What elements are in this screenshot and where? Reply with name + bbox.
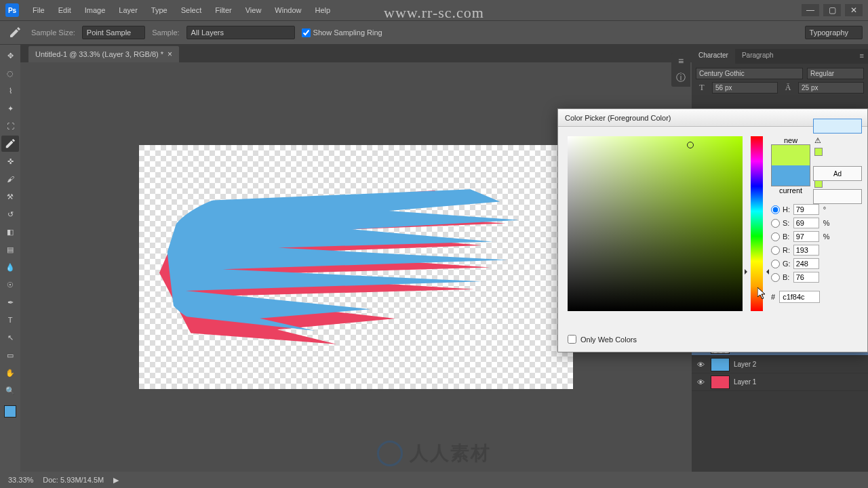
hue-slider[interactable]	[751, 136, 763, 311]
web-colors-label: Only Web Colors	[580, 336, 637, 344]
zoom-level[interactable]: 33.33%	[8, 476, 33, 484]
layer-thumbnail[interactable]	[711, 358, 730, 371]
h-radio[interactable]	[771, 205, 780, 214]
layer-name[interactable]: Layer 1	[734, 378, 756, 386]
color-libraries-button[interactable]	[813, 189, 862, 204]
layer-row[interactable]: 👁 Layer 1	[692, 373, 868, 391]
dodge-tool[interactable]: ☉	[1, 277, 19, 293]
layer-row[interactable]: 👁 Layer 2	[692, 356, 868, 373]
visibility-icon[interactable]: 👁	[694, 361, 707, 369]
font-family-select[interactable]: Century Gothic	[696, 68, 803, 79]
b-radio[interactable]	[771, 232, 780, 241]
gradient-tool[interactable]: ▤	[1, 241, 19, 258]
sample-label: Sample:	[152, 28, 179, 37]
menu-filter[interactable]: Filter	[208, 2, 238, 18]
menu-layer[interactable]: Layer	[112, 2, 144, 18]
pen-tool[interactable]: ✒	[1, 294, 19, 310]
foreground-color-swatch[interactable]	[4, 405, 16, 418]
wand-tool[interactable]: ✦	[1, 100, 19, 117]
show-sampling-ring-checkbox[interactable]: Show Sampling Ring	[302, 28, 382, 37]
s-input[interactable]	[793, 218, 819, 228]
blur-tool[interactable]: 💧	[1, 259, 19, 275]
sample-select[interactable]: All Layers	[186, 26, 295, 39]
stamp-tool[interactable]: ⚒	[1, 188, 19, 205]
menu-edit[interactable]: Edit	[52, 2, 78, 18]
move-tool[interactable]: ✥	[1, 47, 19, 64]
eyedropper-tool[interactable]	[1, 136, 19, 152]
menu-image[interactable]: Image	[78, 2, 113, 18]
marquee-tool[interactable]: ◌	[1, 65, 19, 81]
type-tool[interactable]: T	[1, 312, 19, 328]
menu-window[interactable]: Window	[268, 2, 308, 18]
history-brush-tool[interactable]: ↺	[1, 206, 19, 222]
b-input[interactable]	[793, 231, 819, 242]
minimize-button[interactable]: —	[802, 4, 819, 16]
healing-tool[interactable]: ✜	[1, 153, 19, 169]
maximize-button[interactable]: ▢	[823, 4, 841, 16]
hex-label: #	[771, 293, 775, 301]
add-swatch-button[interactable]: Ad	[813, 166, 862, 181]
web-colors-checkbox[interactable]	[568, 335, 576, 344]
s-label: S:	[783, 219, 791, 227]
h-unit: °	[823, 205, 830, 214]
sample-size-label: Sample Size:	[31, 28, 75, 37]
watermark-url: www.rr-sc.com	[384, 4, 484, 22]
s-radio[interactable]	[771, 219, 780, 228]
menu-type[interactable]: Type	[144, 2, 174, 18]
r-radio[interactable]	[771, 246, 780, 255]
font-size-select[interactable]: 56 px	[712, 82, 778, 94]
hex-input[interactable]	[779, 291, 820, 303]
menu-view[interactable]: View	[239, 2, 269, 18]
sample-size-select[interactable]: Point Sample	[82, 26, 145, 39]
blue-input[interactable]	[793, 272, 819, 283]
document-tab[interactable]: Untitled-1 @ 33.3% (Layer 3, RGB/8) * ×	[28, 46, 179, 62]
current-color-swatch[interactable]	[772, 165, 810, 186]
color-field[interactable]	[568, 136, 743, 311]
shape-tool[interactable]: ▭	[1, 347, 19, 363]
new-color-swatch[interactable]	[772, 145, 810, 165]
eyedropper-icon	[5, 23, 24, 42]
layer-name[interactable]: Layer 2	[734, 361, 756, 368]
font-style-select[interactable]: Regular	[807, 68, 864, 79]
visibility-icon[interactable]: 👁	[694, 378, 707, 386]
hand-tool[interactable]: ✋	[1, 365, 19, 381]
document-canvas[interactable]	[139, 145, 573, 389]
gamut-warning-icon[interactable]: ⚠	[814, 136, 823, 145]
g-radio[interactable]	[771, 260, 780, 268]
close-tab-icon[interactable]: ×	[167, 49, 172, 59]
zoom-tool[interactable]: 🔍	[1, 382, 19, 399]
layer-thumbnail[interactable]	[711, 375, 730, 389]
status-arrow-icon[interactable]: ▶	[113, 476, 119, 485]
eraser-tool[interactable]: ◧	[1, 224, 19, 240]
s-unit: %	[823, 219, 830, 227]
blue-radio[interactable]	[771, 273, 780, 282]
dock-icon-2[interactable]: ⓘ	[676, 72, 686, 84]
doc-size[interactable]: Doc: 5.93M/14.5M	[43, 476, 104, 484]
menu-select[interactable]: Select	[174, 2, 209, 18]
brush-tool[interactable]: 🖌	[1, 171, 19, 187]
h-input[interactable]	[793, 204, 819, 215]
watermark-brand: 人人素材	[377, 441, 491, 466]
b-unit: %	[823, 232, 830, 241]
crop-tool[interactable]: ⛶	[1, 118, 19, 134]
app-logo: Ps	[5, 3, 19, 17]
dock-icon-1[interactable]: ≡	[678, 56, 684, 66]
g-input[interactable]	[793, 258, 819, 269]
close-button[interactable]: ✕	[845, 4, 863, 16]
lasso-tool[interactable]: ⌇	[1, 83, 19, 99]
ok-button[interactable]	[813, 119, 862, 134]
character-tab[interactable]: Character	[692, 49, 735, 64]
workspace-select[interactable]: Typography	[805, 26, 863, 39]
paragraph-tab[interactable]: Paragraph	[735, 49, 781, 64]
r-label: R:	[783, 246, 791, 254]
menu-help[interactable]: Help	[308, 2, 337, 18]
gamut-swatch[interactable]	[814, 148, 823, 156]
path-tool[interactable]: ↖	[1, 329, 19, 346]
leading-select[interactable]: 25 px	[798, 82, 864, 94]
r-input[interactable]	[793, 245, 819, 256]
show-ring-label: Show Sampling Ring	[313, 28, 382, 37]
font-size-icon: T	[696, 83, 708, 93]
panel-menu-icon[interactable]: ≡	[856, 49, 868, 64]
color-reticle[interactable]	[687, 142, 694, 148]
menu-file[interactable]: File	[26, 2, 52, 18]
